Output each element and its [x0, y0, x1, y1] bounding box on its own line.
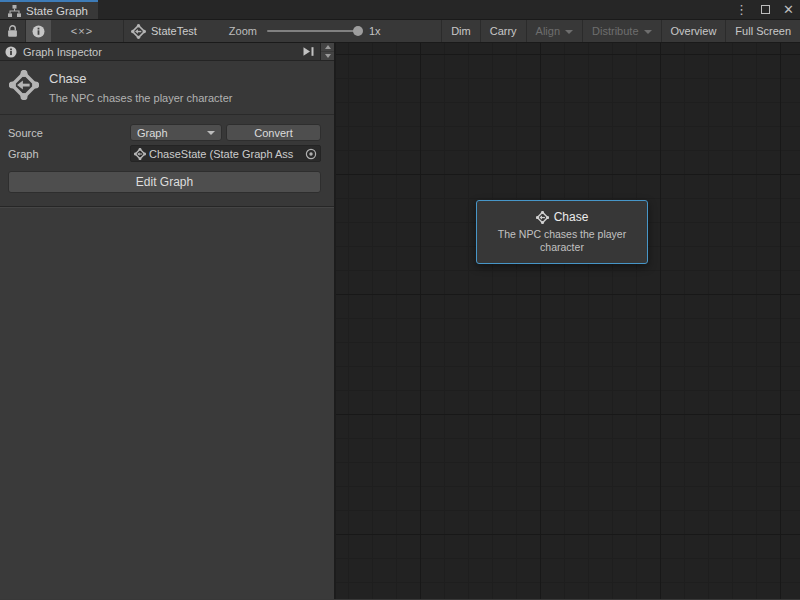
- edit-graph-wrap: Edit Graph: [0, 164, 334, 193]
- inspector-header-controls: [297, 43, 334, 60]
- inspector-scrollbar: [320, 43, 334, 60]
- source-label: Source: [8, 127, 130, 139]
- graph-object-field[interactable]: ChaseState (State Graph Ass: [130, 145, 321, 162]
- edit-graph-button[interactable]: Edit Graph: [8, 171, 321, 193]
- tab-title: State Graph: [26, 5, 88, 17]
- state-graph-icon: [9, 70, 39, 100]
- arrow-down-icon: [325, 54, 331, 58]
- inspector-header-title: Graph Inspector: [23, 46, 102, 58]
- node-description: The NPC chases the player character: [483, 228, 641, 254]
- full-screen-button[interactable]: Full Screen: [725, 20, 800, 42]
- graph-inspector-header: Graph Inspector: [0, 43, 334, 61]
- object-picker-icon: [305, 148, 317, 160]
- zoom-slider-handle[interactable]: [353, 26, 363, 36]
- inspector-empty-area: [0, 207, 334, 599]
- state-node-chase[interactable]: Chase The NPC chases the player characte…: [476, 200, 648, 264]
- chevron-down-icon: [644, 30, 652, 34]
- maximize-icon[interactable]: [761, 5, 770, 14]
- main-split: Graph Inspector: [0, 43, 800, 599]
- state-description: The NPC chases the player character: [49, 92, 232, 104]
- inspector-toggle-button[interactable]: [26, 20, 51, 42]
- toolbar-right-group: Dim Carry Align Distribute Overview Full…: [441, 20, 800, 42]
- node-title: Chase: [554, 210, 589, 224]
- source-field-row: Source Graph Convert: [8, 122, 321, 143]
- state-graph-icon: [134, 148, 146, 160]
- window-controls: ⋮ ✕: [735, 0, 794, 19]
- state-graph-icon: [131, 24, 146, 39]
- close-icon[interactable]: ✕: [783, 3, 794, 16]
- more-options-icon[interactable]: ⋮: [735, 3, 748, 16]
- zoom-slider-track: [267, 30, 359, 32]
- graph-toolbar: <×> StateTest Zoom 1x Dim Carry: [0, 19, 800, 43]
- zoom-slider[interactable]: [267, 19, 359, 43]
- zoom-label: Zoom: [229, 25, 257, 37]
- info-icon: [5, 46, 17, 58]
- source-dropdown-value: Graph: [137, 127, 168, 139]
- graph-label: Graph: [8, 148, 130, 160]
- overview-button[interactable]: Overview: [661, 20, 726, 42]
- graph-object-value: ChaseState (State Graph Ass: [149, 148, 300, 160]
- scroll-down-button[interactable]: [321, 51, 334, 60]
- graph-field-row: Graph ChaseState (State Gra: [8, 143, 321, 164]
- breadcrumb-statetest[interactable]: StateTest: [124, 20, 207, 42]
- zoom-value: 1x: [369, 25, 381, 37]
- lock-button[interactable]: [0, 20, 25, 42]
- dock-right-icon: [302, 46, 315, 57]
- node-title-row: Chase: [536, 210, 589, 224]
- values-toggle-button[interactable]: <×>: [63, 20, 101, 42]
- lock-icon: [7, 25, 18, 38]
- scroll-up-button[interactable]: [321, 43, 334, 51]
- source-dropdown[interactable]: Graph: [130, 124, 222, 141]
- inspector-fields: Source Graph Convert Graph: [0, 115, 334, 164]
- zoom-control: Zoom 1x: [229, 20, 381, 42]
- align-button[interactable]: Align: [526, 20, 582, 42]
- state-title: Chase: [49, 71, 232, 86]
- distribute-button[interactable]: Distribute: [582, 20, 660, 42]
- tab-state-graph[interactable]: State Graph: [0, 0, 98, 19]
- info-icon: [32, 25, 45, 38]
- chevron-down-icon: [207, 131, 215, 135]
- graph-inspector-panel: Graph Inspector: [0, 43, 336, 599]
- arrow-up-icon: [325, 45, 331, 49]
- state-title-texts: Chase The NPC chases the player characte…: [49, 70, 232, 104]
- expand-inspector-button[interactable]: [297, 43, 320, 60]
- window-titlebar: State Graph ⋮ ✕: [0, 0, 800, 19]
- toolbar-spacer: [101, 20, 123, 42]
- state-title-block: Chase The NPC chases the player characte…: [0, 61, 334, 115]
- carry-button[interactable]: Carry: [480, 20, 526, 42]
- state-graph-icon: [536, 211, 549, 224]
- graph-canvas[interactable]: Chase The NPC chases the player characte…: [336, 43, 800, 599]
- object-picker-button[interactable]: [303, 148, 317, 160]
- convert-button[interactable]: Convert: [226, 124, 321, 141]
- dim-button[interactable]: Dim: [441, 20, 480, 42]
- chevron-down-icon: [565, 30, 573, 34]
- breadcrumb-label: StateTest: [151, 25, 197, 37]
- graph-hierarchy-icon: [8, 5, 21, 17]
